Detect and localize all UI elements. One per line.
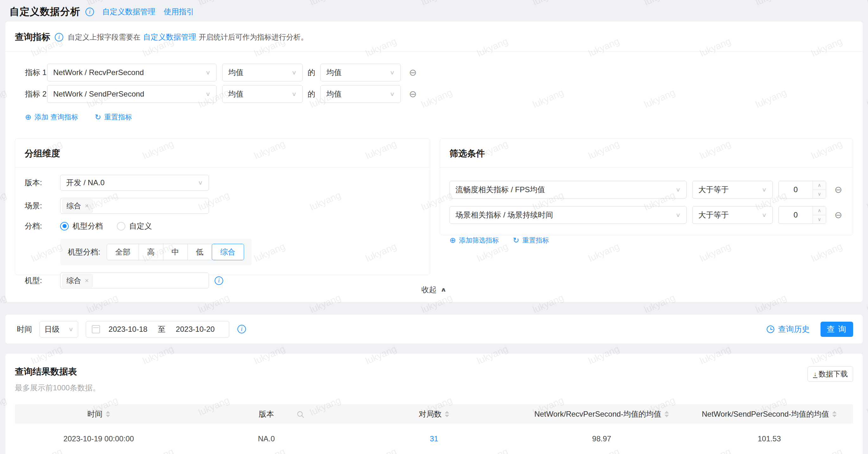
group-dimensions-divider — [15, 167, 430, 168]
metric-1-label: 指标 1 — [15, 67, 47, 78]
page-title-info-icon[interactable]: i — [86, 8, 94, 16]
sort-icon[interactable] — [664, 411, 669, 417]
date-start[interactable]: 2023-10-18 — [100, 325, 156, 334]
granularity-select[interactable]: 日级 ∨ — [39, 321, 78, 337]
scene-tag-close-icon[interactable]: × — [85, 202, 89, 210]
filter-2-value: 0 — [779, 206, 813, 223]
column-header-time-label: 时间 — [87, 409, 102, 419]
spinner-down-icon[interactable]: ∨ — [813, 190, 826, 199]
chevron-up-icon: ∧ — [440, 286, 447, 293]
hint-link-data-management[interactable]: 自定义数据管理 — [143, 32, 196, 42]
sort-icon[interactable] — [832, 411, 837, 417]
reset-filters-label: 重置指标 — [522, 236, 549, 245]
filter-1-value-input[interactable]: 0 ∧ ∨ — [778, 181, 826, 199]
chevron-down-icon: ∨ — [68, 326, 73, 332]
link-custom-data-management[interactable]: 自定义数据管理 — [102, 7, 155, 17]
query-metrics-title: 查询指标 — [15, 31, 50, 43]
radio-device-tier[interactable]: 机型分档 — [60, 221, 103, 231]
filter-1-operator-select[interactable]: 大于等于 ∨ — [692, 181, 773, 199]
results-table: 时间 版本 对局数 NetWork/RecvPerSecond-均值的均值 Ne… — [15, 404, 853, 454]
filter-1-metric-select[interactable]: 流畅度相关指标 / FPS均值 ∨ — [450, 181, 687, 199]
scene-row: 场景: 综合 × — [25, 198, 421, 214]
column-header-time[interactable]: 时间 — [15, 409, 183, 419]
remove-filter-1-icon[interactable]: ⊖ — [834, 185, 842, 194]
tier-button-mid[interactable]: 中 — [163, 244, 188, 260]
metric-2-label: 指标 2 — [15, 89, 47, 99]
remove-metric-2-icon[interactable]: ⊖ — [409, 90, 416, 99]
sort-icon[interactable] — [106, 411, 110, 417]
metric-1-agg2-select[interactable]: 均值 ∨ — [320, 64, 401, 81]
metric-2-field-value: NetWork / SendPerSecond — [53, 90, 144, 98]
model-tag-close-icon[interactable]: × — [85, 277, 89, 284]
group-dimensions-title: 分组维度 — [25, 148, 421, 159]
chevron-down-icon: ∨ — [762, 186, 767, 193]
spinner-up-icon[interactable]: ∧ — [813, 206, 826, 215]
tier-segmented-control: 全部 高 中 低 综合 — [107, 244, 244, 260]
remove-filter-2-icon[interactable]: ⊖ — [834, 211, 842, 220]
page-title: 自定义数据分析 — [9, 5, 81, 18]
hint-suffix: 开启统计后可作为指标进行分析。 — [199, 32, 308, 42]
column-header-matches-label: 对局数 — [419, 409, 442, 419]
add-filter-link[interactable]: ⊕ 添加筛选指标 — [450, 236, 499, 245]
version-select[interactable]: 开发 / NA.0 ∨ — [60, 175, 209, 190]
search-icon[interactable] — [297, 411, 303, 417]
filter-2-metric-select[interactable]: 场景相关指标 / 场景持续时间 ∨ — [450, 206, 687, 224]
tier-button-high[interactable]: 高 — [138, 244, 163, 260]
filter-2-operator-value: 大于等于 — [698, 210, 729, 220]
group-dimensions-card: 分组维度 版本: 开发 / NA.0 ∨ 场景: 综合 × — [15, 138, 430, 275]
model-label: 机型: — [25, 275, 60, 285]
column-header-recv[interactable]: NetWork/RecvPerSecond-均值的均值 — [518, 409, 686, 419]
link-usage-guide[interactable]: 使用指引 — [164, 7, 194, 17]
metric-1-agg1-select[interactable]: 均值 ∨ — [222, 64, 303, 81]
model-input[interactable]: 综合 × — [60, 273, 209, 289]
cell-matches-link[interactable]: 31 — [350, 434, 518, 443]
chevron-down-icon: ∨ — [390, 91, 395, 97]
scene-input[interactable]: 综合 × — [60, 198, 209, 214]
chevron-down-icon: ∨ — [676, 212, 681, 218]
metric-1-field-select[interactable]: NetWork / RecvPerSecond ∨ — [47, 64, 217, 81]
column-header-matches[interactable]: 对局数 — [350, 409, 518, 419]
time-info-icon[interactable]: i — [238, 325, 246, 333]
sort-icon[interactable] — [445, 411, 449, 417]
query-metrics-info-icon[interactable]: i — [55, 33, 63, 41]
column-header-version[interactable]: 版本 — [183, 409, 350, 419]
metric-1-field-value: NetWork / RecvPerSecond — [53, 68, 144, 77]
filter-row-1: 流畅度相关指标 / FPS均值 ∨ 大于等于 ∨ 0 ∧ ∨ ⊖ — [450, 181, 843, 199]
model-tag-text: 综合 — [66, 276, 81, 285]
query-metrics-header: 查询指标 i 自定义上报字段需要在 自定义数据管理 开启统计后可作为指标进行分析… — [15, 31, 853, 43]
filter-1-operator-value: 大于等于 — [698, 185, 729, 195]
model-row: 机型: 综合 × i — [25, 273, 421, 289]
metric-2-conjunction: 的 — [308, 89, 315, 99]
date-range-picker[interactable]: 2023-10-18 至 2023-10-20 — [86, 321, 229, 337]
reset-metrics-link[interactable]: ↻ 重置指标 — [95, 112, 132, 122]
metric-2-field-select[interactable]: NetWork / SendPerSecond ∨ — [47, 85, 217, 103]
column-header-send[interactable]: NetWork/SendPerSecond-均值的均值 — [685, 409, 853, 419]
filter-actions: ⊕ 添加筛选指标 ↻ 重置指标 — [450, 236, 843, 245]
filter-conditions-divider — [440, 167, 853, 168]
radio-custom-label: 自定义 — [129, 221, 152, 231]
data-download-button[interactable]: ↓ 数据下载 — [808, 366, 853, 382]
model-info-icon[interactable]: i — [215, 276, 223, 285]
reset-filters-link[interactable]: ↻ 重置指标 — [513, 236, 549, 245]
query-button[interactable]: 查 询 — [820, 322, 853, 337]
add-query-metric-link[interactable]: ⊕ 添加 查询指标 — [25, 112, 78, 122]
tier-button-composite[interactable]: 综合 — [212, 244, 244, 260]
filter-1-metric-value: 流畅度相关指标 / FPS均值 — [456, 185, 545, 195]
metric-2-agg2-select[interactable]: 均值 ∨ — [320, 85, 401, 103]
metric-2-agg1-select[interactable]: 均值 ∨ — [222, 85, 303, 103]
plus-circle-icon: ⊕ — [25, 113, 31, 121]
date-end[interactable]: 2023-10-20 — [167, 325, 223, 334]
column-header-send-label: NetWork/SendPerSecond-均值的均值 — [702, 409, 829, 419]
spinner-down-icon[interactable]: ∨ — [813, 215, 826, 224]
remove-metric-1-icon[interactable]: ⊖ — [409, 68, 416, 77]
cell-send: 101.53 — [685, 434, 853, 443]
tier-button-all[interactable]: 全部 — [107, 244, 139, 260]
query-history-link[interactable]: 查询历史 — [767, 324, 810, 334]
spinner-up-icon[interactable]: ∧ — [813, 181, 826, 190]
filter-2-value-input[interactable]: 0 ∧ ∨ — [778, 206, 826, 224]
download-icon: ↓ — [813, 370, 817, 378]
filter-2-operator-select[interactable]: 大于等于 ∨ — [692, 206, 773, 224]
tier-button-low[interactable]: 低 — [187, 244, 212, 260]
radio-custom[interactable]: 自定义 — [117, 221, 152, 231]
filter-row-2: 场景相关指标 / 场景持续时间 ∨ 大于等于 ∨ 0 ∧ ∨ ⊖ — [450, 206, 843, 224]
